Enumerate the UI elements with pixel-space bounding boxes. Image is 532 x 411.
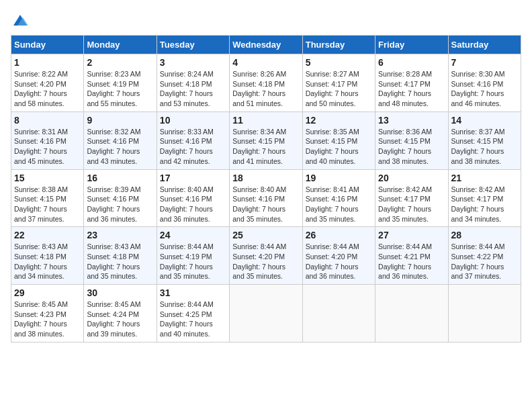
column-header-thursday: Thursday: [302, 36, 375, 54]
cell-info: Sunrise: 8:32 AM Sunset: 4:16 PM Dayligh…: [87, 127, 153, 167]
day-number: 18: [232, 173, 299, 183]
cell-info: Sunrise: 8:35 AM Sunset: 4:15 PM Dayligh…: [306, 127, 372, 167]
cell-info: Sunrise: 8:44 AM Sunset: 4:21 PM Dayligh…: [378, 242, 445, 281]
calendar-week-row: 15Sunrise: 8:38 AM Sunset: 4:15 PM Dayli…: [11, 169, 521, 227]
cell-info: Sunrise: 8:23 AM Sunset: 4:19 PM Dayligh…: [87, 69, 153, 109]
calendar-cell: 13Sunrise: 8:36 AM Sunset: 4:15 PM Dayli…: [375, 111, 448, 169]
calendar-cell: [302, 285, 375, 342]
calendar-cell: 27Sunrise: 8:44 AM Sunset: 4:21 PM Dayli…: [375, 227, 448, 285]
day-number: 21: [451, 173, 518, 183]
calendar-cell: 5Sunrise: 8:27 AM Sunset: 4:17 PM Daylig…: [302, 54, 375, 112]
cell-info: Sunrise: 8:40 AM Sunset: 4:16 PM Dayligh…: [160, 185, 226, 224]
cell-info: Sunrise: 8:34 AM Sunset: 4:15 PM Dayligh…: [232, 127, 299, 167]
day-number: 14: [451, 115, 518, 126]
day-number: 13: [378, 115, 445, 126]
calendar-cell: 4Sunrise: 8:26 AM Sunset: 4:18 PM Daylig…: [230, 54, 302, 112]
calendar-cell: 16Sunrise: 8:39 AM Sunset: 4:16 PM Dayli…: [84, 169, 157, 227]
calendar-cell: 28Sunrise: 8:44 AM Sunset: 4:22 PM Dayli…: [448, 227, 521, 285]
day-number: 25: [232, 230, 299, 240]
cell-info: Sunrise: 8:28 AM Sunset: 4:17 PM Dayligh…: [378, 69, 445, 109]
calendar-week-row: 29Sunrise: 8:45 AM Sunset: 4:23 PM Dayli…: [11, 285, 521, 342]
calendar-cell: 3Sunrise: 8:24 AM Sunset: 4:18 PM Daylig…: [157, 54, 229, 112]
column-header-sunday: Sunday: [11, 36, 84, 54]
calendar-cell: 9Sunrise: 8:32 AM Sunset: 4:16 PM Daylig…: [84, 111, 157, 169]
cell-info: Sunrise: 8:42 AM Sunset: 4:17 PM Dayligh…: [451, 185, 518, 224]
day-number: 24: [160, 230, 226, 240]
calendar-cell: 7Sunrise: 8:30 AM Sunset: 4:16 PM Daylig…: [448, 54, 521, 112]
page-header: [11, 11, 521, 30]
logo-icon: [11, 11, 30, 30]
cell-info: Sunrise: 8:43 AM Sunset: 4:18 PM Dayligh…: [14, 242, 81, 281]
cell-info: Sunrise: 8:36 AM Sunset: 4:15 PM Dayligh…: [378, 127, 445, 167]
calendar-cell: 2Sunrise: 8:23 AM Sunset: 4:19 PM Daylig…: [84, 54, 157, 112]
calendar-cell: 19Sunrise: 8:41 AM Sunset: 4:16 PM Dayli…: [302, 169, 375, 227]
calendar-cell: 24Sunrise: 8:44 AM Sunset: 4:19 PM Dayli…: [157, 227, 229, 285]
calendar-cell: 31Sunrise: 8:44 AM Sunset: 4:25 PM Dayli…: [157, 285, 229, 342]
day-number: 7: [451, 57, 518, 68]
day-number: 30: [87, 287, 153, 298]
cell-info: Sunrise: 8:37 AM Sunset: 4:15 PM Dayligh…: [451, 127, 518, 167]
day-number: 27: [378, 230, 445, 240]
day-number: 20: [378, 173, 445, 183]
day-number: 8: [14, 115, 81, 126]
day-number: 6: [378, 57, 445, 68]
calendar-cell: 20Sunrise: 8:42 AM Sunset: 4:17 PM Dayli…: [375, 169, 448, 227]
calendar-cell: 26Sunrise: 8:44 AM Sunset: 4:20 PM Dayli…: [302, 227, 375, 285]
cell-info: Sunrise: 8:44 AM Sunset: 4:20 PM Dayligh…: [232, 242, 299, 281]
day-number: 9: [87, 115, 153, 126]
column-header-tuesday: Tuesday: [157, 36, 229, 54]
calendar-cell: 11Sunrise: 8:34 AM Sunset: 4:15 PM Dayli…: [230, 111, 302, 169]
cell-info: Sunrise: 8:33 AM Sunset: 4:16 PM Dayligh…: [160, 127, 226, 167]
cell-info: Sunrise: 8:44 AM Sunset: 4:22 PM Dayligh…: [451, 242, 518, 281]
calendar-header-row: SundayMondayTuesdayWednesdayThursdayFrid…: [11, 36, 521, 54]
day-number: 12: [306, 115, 372, 126]
calendar-week-row: 8Sunrise: 8:31 AM Sunset: 4:16 PM Daylig…: [11, 111, 521, 169]
calendar-cell: 14Sunrise: 8:37 AM Sunset: 4:15 PM Dayli…: [448, 111, 521, 169]
column-header-friday: Friday: [375, 36, 448, 54]
cell-info: Sunrise: 8:40 AM Sunset: 4:16 PM Dayligh…: [232, 185, 299, 224]
day-number: 31: [160, 287, 226, 298]
calendar-cell: 10Sunrise: 8:33 AM Sunset: 4:16 PM Dayli…: [157, 111, 229, 169]
day-number: 5: [306, 57, 372, 68]
calendar-cell: 8Sunrise: 8:31 AM Sunset: 4:16 PM Daylig…: [11, 111, 84, 169]
day-number: 19: [306, 173, 372, 183]
calendar-week-row: 1Sunrise: 8:22 AM Sunset: 4:20 PM Daylig…: [11, 54, 521, 112]
calendar-cell: [448, 285, 521, 342]
cell-info: Sunrise: 8:44 AM Sunset: 4:25 PM Dayligh…: [160, 300, 226, 339]
cell-info: Sunrise: 8:44 AM Sunset: 4:19 PM Dayligh…: [160, 242, 226, 281]
cell-info: Sunrise: 8:43 AM Sunset: 4:18 PM Dayligh…: [87, 242, 153, 281]
column-header-wednesday: Wednesday: [230, 36, 302, 54]
calendar-cell: 30Sunrise: 8:45 AM Sunset: 4:24 PM Dayli…: [84, 285, 157, 342]
cell-info: Sunrise: 8:22 AM Sunset: 4:20 PM Dayligh…: [14, 69, 81, 109]
cell-info: Sunrise: 8:44 AM Sunset: 4:20 PM Dayligh…: [306, 242, 372, 281]
calendar-cell: 1Sunrise: 8:22 AM Sunset: 4:20 PM Daylig…: [11, 54, 84, 112]
day-number: 26: [306, 230, 372, 240]
calendar-cell: 29Sunrise: 8:45 AM Sunset: 4:23 PM Dayli…: [11, 285, 84, 342]
day-number: 28: [451, 230, 518, 240]
day-number: 3: [160, 57, 226, 68]
day-number: 11: [232, 115, 299, 126]
calendar-week-row: 22Sunrise: 8:43 AM Sunset: 4:18 PM Dayli…: [11, 227, 521, 285]
calendar-cell: 25Sunrise: 8:44 AM Sunset: 4:20 PM Dayli…: [230, 227, 302, 285]
cell-info: Sunrise: 8:24 AM Sunset: 4:18 PM Dayligh…: [160, 69, 226, 109]
day-number: 15: [14, 173, 81, 183]
day-number: 4: [232, 57, 299, 68]
calendar-cell: 23Sunrise: 8:43 AM Sunset: 4:18 PM Dayli…: [84, 227, 157, 285]
calendar-cell: [375, 285, 448, 342]
cell-info: Sunrise: 8:42 AM Sunset: 4:17 PM Dayligh…: [378, 185, 445, 224]
cell-info: Sunrise: 8:27 AM Sunset: 4:17 PM Dayligh…: [306, 69, 372, 109]
cell-info: Sunrise: 8:41 AM Sunset: 4:16 PM Dayligh…: [306, 185, 372, 224]
cell-info: Sunrise: 8:45 AM Sunset: 4:23 PM Dayligh…: [14, 300, 81, 339]
day-number: 23: [87, 230, 153, 240]
column-header-monday: Monday: [84, 36, 157, 54]
day-number: 1: [14, 57, 81, 68]
column-header-saturday: Saturday: [448, 36, 521, 54]
calendar-cell: 6Sunrise: 8:28 AM Sunset: 4:17 PM Daylig…: [375, 54, 448, 112]
cell-info: Sunrise: 8:26 AM Sunset: 4:18 PM Dayligh…: [232, 69, 299, 109]
cell-info: Sunrise: 8:39 AM Sunset: 4:16 PM Dayligh…: [87, 185, 153, 224]
calendar-cell: 18Sunrise: 8:40 AM Sunset: 4:16 PM Dayli…: [230, 169, 302, 227]
cell-info: Sunrise: 8:30 AM Sunset: 4:16 PM Dayligh…: [451, 69, 518, 109]
calendar-cell: [230, 285, 302, 342]
day-number: 22: [14, 230, 81, 240]
cell-info: Sunrise: 8:45 AM Sunset: 4:24 PM Dayligh…: [87, 300, 153, 339]
